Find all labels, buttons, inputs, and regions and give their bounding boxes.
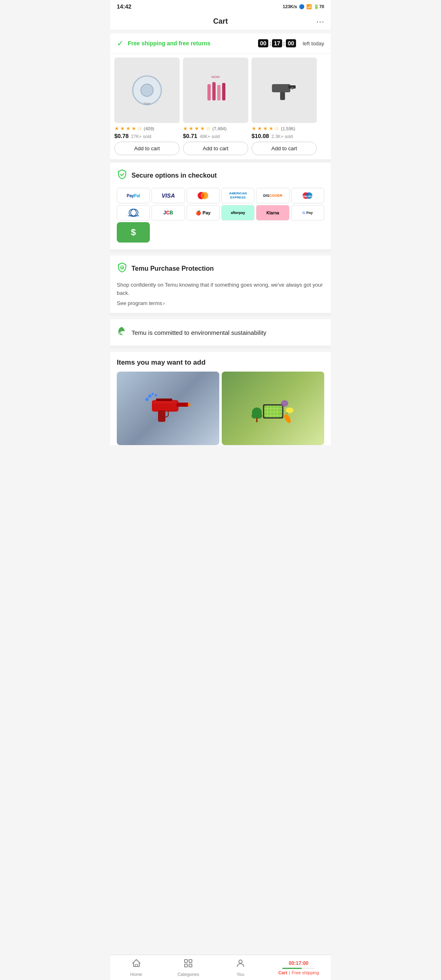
- payment-visa: VISA: [151, 188, 185, 203]
- star-half: ☆: [137, 125, 142, 131]
- wifi-icon: 📶: [306, 4, 312, 9]
- review-count-3: (1,596): [281, 126, 295, 131]
- payment-applepay: 🍎 Pay: [187, 205, 220, 220]
- price-row-2: $0.71 48K+ sold: [183, 133, 248, 139]
- product-card-3: ★ ★ ★ ★ ☆ (1,596) $10.08 2.3K+ sold Add …: [252, 58, 317, 155]
- see-terms-label: See program terms: [117, 300, 162, 306]
- payment-jcb: JCB: [151, 205, 185, 220]
- sold-1: 27K+ sold: [131, 134, 151, 139]
- payment-gpay: G Pay: [291, 205, 324, 220]
- protection-title: Temu Purchase Protection: [131, 265, 214, 272]
- lipgloss-image-placeholder: WOW!: [183, 58, 248, 123]
- divider-3: [110, 313, 331, 316]
- status-bar: 14:42 123K/s 🔵 📶 🔋70: [110, 0, 331, 13]
- payment-methods-grid: PayPal VISA AMERICANEXPRESS DISCOVER: [117, 188, 324, 243]
- see-terms-link[interactable]: See program terms ›: [117, 300, 324, 306]
- bottom-spacer: [110, 445, 331, 478]
- payment-amex: AMERICANEXPRESS: [221, 188, 254, 203]
- svg-point-44: [283, 413, 292, 424]
- status-icons: 123K/s 🔵 📶 🔋70: [283, 4, 324, 9]
- payment-paypal: PayPal: [117, 188, 150, 203]
- may-want-item-1[interactable]: [117, 372, 219, 445]
- bluetooth-icon: 🔵: [299, 4, 305, 9]
- price-row-1: $0.78 27K+ sold: [114, 133, 180, 139]
- cart-header: Cart ⋯: [110, 13, 331, 30]
- secure-title: Secure options in checkout: [131, 172, 217, 179]
- review-count-1: (409): [144, 126, 154, 131]
- payment-afterpay: afterpay: [221, 205, 254, 220]
- add-to-cart-button-3[interactable]: Add to cart: [252, 142, 317, 155]
- svg-point-28: [145, 398, 149, 401]
- svg-point-47: [281, 400, 288, 407]
- leaf-icon: [117, 326, 127, 339]
- product-image-2[interactable]: WOW!: [183, 58, 248, 123]
- price-1: $0.78: [114, 133, 129, 139]
- may-want-title: Items you may want to add: [117, 359, 324, 367]
- product-card-2: WOW! ★ ★ ★ ★ ☆ (7,484) $0.71 48K+ sold A…: [183, 58, 248, 155]
- payment-diners: DINERS CLUB: [117, 205, 150, 220]
- divider-2: [110, 249, 331, 252]
- product-stars-3: ★ ★ ★ ★ ☆ (1,596): [252, 125, 317, 131]
- svg-text:WOW!: WOW!: [212, 76, 220, 78]
- may-want-section: Items you may want to add: [110, 352, 331, 445]
- svg-point-27: [148, 394, 151, 398]
- secure-checkout-section: Secure options in checkout PayPal VISA A…: [110, 163, 331, 249]
- protection-icon: [117, 262, 127, 275]
- protection-section: Temu Purchase Protection Shop confidentl…: [110, 256, 331, 313]
- payment-mastercard: [187, 188, 220, 203]
- product-image-3[interactable]: [252, 58, 317, 123]
- sustainability-section: Temu is committed to environmental susta…: [110, 319, 331, 345]
- svg-rect-6: [222, 83, 225, 100]
- svg-rect-25: [188, 403, 190, 406]
- see-terms-arrow: ›: [163, 300, 165, 306]
- svg-rect-9: [280, 92, 285, 100]
- status-time: 14:42: [117, 3, 131, 10]
- countdown-timer: 00 : 17 : 00: [258, 39, 296, 47]
- add-to-cart-button-1[interactable]: Add to cart: [114, 142, 180, 155]
- svg-rect-24: [153, 401, 177, 403]
- price-row-3: $10.08 2.3K+ sold: [252, 133, 317, 139]
- payment-dollar: $: [117, 222, 150, 243]
- countdown-minutes: 17: [272, 39, 283, 47]
- svg-rect-22: [176, 403, 189, 407]
- product-stars-2: ★ ★ ★ ★ ☆ (7,484): [183, 125, 248, 131]
- may-want-item-2[interactable]: [222, 372, 324, 445]
- star-2: ★: [120, 125, 125, 131]
- colon-2: :: [283, 40, 285, 47]
- svg-point-30: [155, 394, 157, 396]
- divider-1: [110, 159, 331, 163]
- review-count-2: (7,484): [212, 126, 227, 131]
- svg-rect-4: [212, 82, 216, 100]
- add-to-cart-button-2[interactable]: Add to cart: [183, 142, 248, 155]
- svg-rect-5: [217, 85, 220, 100]
- more-options-button[interactable]: ⋯: [316, 17, 324, 27]
- may-want-grid: [117, 372, 324, 445]
- divider-4: [110, 345, 331, 349]
- svg-point-29: [151, 393, 154, 395]
- svg-text:maestro: maestro: [302, 195, 313, 198]
- price-2: $0.71: [183, 133, 197, 139]
- speed-indicator: 123K/s: [283, 4, 297, 9]
- payment-maestro: maestro: [291, 188, 324, 203]
- product-image-1[interactable]: Tape: [114, 58, 180, 123]
- sold-3: 2.3K+ sold: [272, 134, 293, 139]
- products-section[interactable]: Tape ★ ★ ★ ★ ☆ (409) $0.78 27K+ sold Add…: [110, 53, 331, 159]
- page-title: Cart: [213, 17, 228, 26]
- svg-point-46: [285, 408, 294, 413]
- svg-point-11: [291, 87, 294, 89]
- shield-icon: [117, 169, 127, 182]
- sustainability-text: Temu is committed to environmental susta…: [131, 329, 266, 336]
- svg-point-1: [141, 84, 153, 96]
- product-stars-1: ★ ★ ★ ★ ☆ (409): [114, 125, 180, 131]
- shipping-text: Free shipping and free returns: [128, 40, 254, 47]
- price-3: $10.08: [252, 133, 269, 139]
- products-list: Tape ★ ★ ★ ★ ☆ (409) $0.78 27K+ sold Add…: [110, 58, 321, 155]
- left-today-text: left today: [303, 40, 324, 47]
- countdown-seconds: 00: [286, 39, 296, 47]
- shipping-banner: ✓ Free shipping and free returns 00 : 17…: [110, 33, 331, 53]
- secure-header: Secure options in checkout: [117, 169, 324, 182]
- sold-2: 48K+ sold: [200, 134, 220, 139]
- star-1: ★: [114, 125, 119, 131]
- product-card-1: Tape ★ ★ ★ ★ ☆ (409) $0.78 27K+ sold Add…: [114, 58, 180, 155]
- payment-klarna: Klarna: [256, 205, 289, 220]
